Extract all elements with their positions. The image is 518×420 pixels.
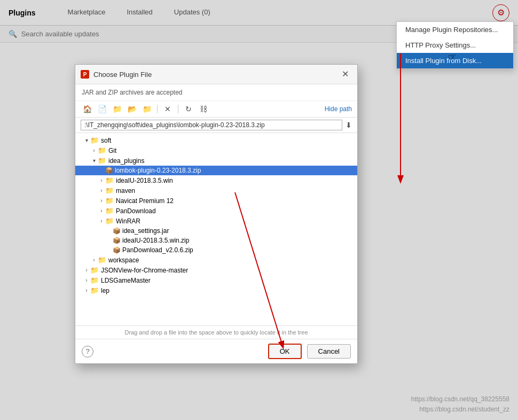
folder-icon-soft: 📁 [90, 136, 99, 144]
tree-item-maven[interactable]: › 📁 maven [75, 185, 357, 196]
new-dir-button[interactable]: 📂 [125, 103, 138, 115]
tree-label-workspace: workspace [108, 256, 139, 264]
dialog-titlebar: P Choose Plugin File ✕ [75, 65, 357, 84]
file-icon-ideaiu-zip: 📦 [113, 237, 120, 244]
expand-icon-navicat: › [98, 198, 105, 204]
tree-item-ldsgame[interactable]: › 📁 LDSGameMaster [75, 275, 357, 285]
expand-icon-pandownload: › [98, 208, 105, 214]
tree-item-lombok-plugin[interactable]: 📦 lombok-plugin-0.23-2018.3.zip [75, 166, 357, 175]
tree-label-idea-settings-jar: idea_settings.jar [122, 227, 169, 235]
expand-icon-ideaiu: › [98, 177, 105, 183]
dialog-button-bar: ? OK Cancel [75, 339, 357, 363]
file-icon-idea-settings-jar: 📦 [113, 227, 120, 235]
path-input[interactable] [81, 120, 342, 130]
expand-icon-winrar: › [98, 218, 105, 224]
folder-icon-lep: 📁 [90, 286, 99, 294]
tree-item-pandownload-zip[interactable]: 📦 PanDownload_v2.0.6.zip [75, 245, 357, 255]
dialog-app-icon: P [81, 70, 89, 79]
expand-icon-git: › [90, 147, 98, 153]
tree-item-navicat[interactable]: › 📁 Navicat Premium 12 [75, 196, 357, 206]
tree-item-idea-settings-jar[interactable]: 📦 idea_settings.jar [75, 226, 357, 236]
toolbar-sep-1 [157, 105, 158, 113]
dropdown-item-manage-repos[interactable]: Manage Plugin Repositories... [397, 22, 513, 37]
parent-button[interactable]: 📁 [140, 103, 153, 115]
new-folder-button[interactable]: 📄 [96, 103, 108, 115]
expand-icon-soft: ▾ [83, 137, 90, 143]
tree-label-pandownload: PanDownload [116, 207, 156, 215]
tree-label-lombok: lombok-plugin-0.23-2018.3.zip [115, 167, 201, 174]
cancel-button[interactable]: Cancel [307, 344, 351, 359]
plugin-window: Plugins Marketplace Installed Updates (0… [0, 0, 518, 420]
file-toolbar: 🏠 📄 📁 📂 📁 ✕ ↻ ⛓ Hide path [75, 101, 357, 118]
tree-label-navicat: Navicat Premium 12 [116, 197, 174, 205]
tree-item-lep[interactable]: › 📁 lep [75, 285, 357, 295]
folder-icon-idea-plugins: 📁 [98, 157, 106, 165]
folder-icon-jsonview: 📁 [90, 266, 99, 274]
tree-item-workspace[interactable]: › 📁 workspace [75, 255, 357, 265]
expand-icon-workspace: › [90, 257, 98, 263]
tree-label-lep: lep [101, 287, 109, 294]
tree-label-pandownload-zip: PanDownload_v2.0.6.zip [122, 246, 193, 254]
tree-item-ideaiu[interactable]: › 📁 ideaIU-2018.3.5.win [75, 175, 357, 185]
folder-icon-navicat: 📁 [105, 197, 114, 205]
path-download-button[interactable]: ⬇ [346, 121, 352, 129]
tree-item-jsonview[interactable]: › 📁 JSONView-for-Chrome-master [75, 265, 357, 275]
folder-icon-winrar: 📁 [105, 217, 114, 225]
expand-icon-ldsgame: › [83, 277, 90, 283]
tree-label-ldsgame: LDSGameMaster [101, 277, 151, 284]
file-tree[interactable]: ▾ 📁 soft › 📁 Git ▾ 📁 idea_plugins [75, 133, 357, 325]
expand-icon-idea-plugins: ▾ [90, 158, 98, 164]
tree-item-ideaiu-zip[interactable]: 📦 ideaIU-2018.3.5.win.zip [75, 236, 357, 245]
hide-path-link[interactable]: Hide path [325, 105, 352, 113]
expand-icon-jsonview: › [83, 267, 90, 273]
tree-label-ideaiu-zip: ideaIU-2018.3.5.win.zip [122, 237, 189, 244]
toolbar-sep-2 [178, 105, 178, 113]
tree-label-git: Git [108, 147, 116, 154]
tree-label-winrar: WinRAR [116, 217, 140, 225]
tree-item-pandownload[interactable]: › 📁 PanDownload [75, 206, 357, 216]
home-button[interactable]: 🏠 [81, 103, 93, 115]
dialog-title: Choose Plugin File [93, 71, 339, 79]
expand-icon-maven: › [98, 188, 105, 193]
tree-label-ideaiu: ideaIU-2018.3.5.win [116, 177, 173, 184]
folder-icon-ldsgame: 📁 [90, 276, 99, 284]
help-button[interactable]: ? [82, 346, 93, 357]
tree-label-jsonview: JSONView-for-Chrome-master [101, 267, 188, 274]
dialog-subtitle: JAR and ZIP archives are accepted [75, 84, 357, 101]
folder-icon-ideaiu: 📁 [105, 176, 114, 184]
tree-label-idea-plugins: idea_plugins [108, 157, 144, 165]
file-icon-lombok: 📦 [105, 167, 113, 174]
delete-button[interactable]: ✕ [161, 103, 174, 115]
file-icon-pandownload-zip: 📦 [113, 246, 120, 254]
dialog-close-button[interactable]: ✕ [339, 69, 352, 80]
tree-item-git[interactable]: › 📁 Git [75, 145, 357, 155]
drop-hint: Drag and drop a file into the space abov… [75, 325, 357, 339]
folder-icon-git: 📁 [98, 146, 106, 154]
ok-button[interactable]: OK [268, 344, 302, 359]
folder-icon-workspace: 📁 [98, 256, 106, 264]
path-bar: ⬇ [75, 118, 357, 133]
tree-item-winrar[interactable]: › 📁 WinRAR [75, 216, 357, 226]
choose-plugin-dialog: P Choose Plugin File ✕ JAR and ZIP archi… [75, 64, 358, 364]
tree-label-soft: soft [101, 137, 111, 144]
tree-item-soft[interactable]: ▾ 📁 soft [75, 135, 357, 145]
tree-item-idea-plugins[interactable]: ▾ 📁 idea_plugins [75, 155, 357, 166]
up-folder-button[interactable]: 📁 [111, 103, 123, 115]
expand-icon-lep: › [83, 287, 90, 293]
folder-icon-pandownload: 📁 [105, 207, 114, 215]
tree-label-maven: maven [116, 187, 135, 195]
refresh-button[interactable]: ↻ [182, 103, 195, 115]
link-button[interactable]: ⛓ [197, 103, 210, 115]
folder-icon-maven: 📁 [105, 186, 114, 195]
